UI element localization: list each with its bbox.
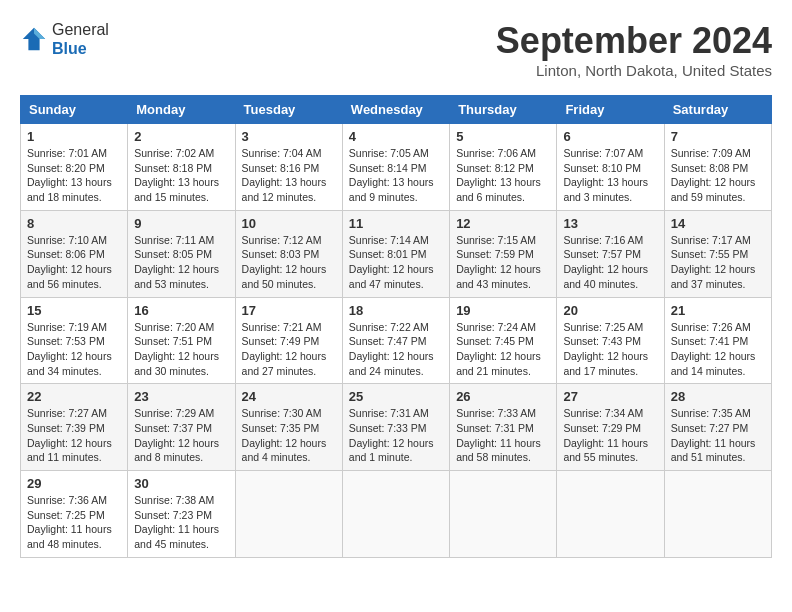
day-number: 17	[242, 303, 336, 318]
calendar-day-cell: 1Sunrise: 7:01 AMSunset: 8:20 PMDaylight…	[21, 124, 128, 211]
calendar-day-cell: 2Sunrise: 7:02 AMSunset: 8:18 PMDaylight…	[128, 124, 235, 211]
day-info: Sunrise: 7:25 AMSunset: 7:43 PMDaylight:…	[563, 320, 657, 379]
day-info: Sunrise: 7:30 AMSunset: 7:35 PMDaylight:…	[242, 406, 336, 465]
day-number: 19	[456, 303, 550, 318]
day-number: 8	[27, 216, 121, 231]
location: Linton, North Dakota, United States	[496, 62, 772, 79]
day-info: Sunrise: 7:29 AMSunset: 7:37 PMDaylight:…	[134, 406, 228, 465]
day-number: 7	[671, 129, 765, 144]
calendar-day-cell: 11Sunrise: 7:14 AMSunset: 8:01 PMDayligh…	[342, 210, 449, 297]
day-number: 5	[456, 129, 550, 144]
day-number: 27	[563, 389, 657, 404]
calendar-day-cell: 20Sunrise: 7:25 AMSunset: 7:43 PMDayligh…	[557, 297, 664, 384]
logo-blue: Blue	[52, 39, 109, 58]
weekday-header: Monday	[128, 96, 235, 124]
day-number: 6	[563, 129, 657, 144]
day-info: Sunrise: 7:20 AMSunset: 7:51 PMDaylight:…	[134, 320, 228, 379]
day-number: 10	[242, 216, 336, 231]
day-info: Sunrise: 7:21 AMSunset: 7:49 PMDaylight:…	[242, 320, 336, 379]
calendar-day-cell: 29Sunrise: 7:36 AMSunset: 7:25 PMDayligh…	[21, 471, 128, 558]
calendar-day-cell: 24Sunrise: 7:30 AMSunset: 7:35 PMDayligh…	[235, 384, 342, 471]
day-number: 21	[671, 303, 765, 318]
day-info: Sunrise: 7:01 AMSunset: 8:20 PMDaylight:…	[27, 146, 121, 205]
day-info: Sunrise: 7:16 AMSunset: 7:57 PMDaylight:…	[563, 233, 657, 292]
calendar-day-cell: 9Sunrise: 7:11 AMSunset: 8:05 PMDaylight…	[128, 210, 235, 297]
day-number: 12	[456, 216, 550, 231]
day-info: Sunrise: 7:07 AMSunset: 8:10 PMDaylight:…	[563, 146, 657, 205]
day-info: Sunrise: 7:06 AMSunset: 8:12 PMDaylight:…	[456, 146, 550, 205]
day-info: Sunrise: 7:34 AMSunset: 7:29 PMDaylight:…	[563, 406, 657, 465]
calendar-day-cell: 25Sunrise: 7:31 AMSunset: 7:33 PMDayligh…	[342, 384, 449, 471]
day-number: 3	[242, 129, 336, 144]
day-info: Sunrise: 7:36 AMSunset: 7:25 PMDaylight:…	[27, 493, 121, 552]
calendar-week-row: 22Sunrise: 7:27 AMSunset: 7:39 PMDayligh…	[21, 384, 772, 471]
calendar-week-row: 29Sunrise: 7:36 AMSunset: 7:25 PMDayligh…	[21, 471, 772, 558]
day-number: 11	[349, 216, 443, 231]
day-number: 18	[349, 303, 443, 318]
day-info: Sunrise: 7:12 AMSunset: 8:03 PMDaylight:…	[242, 233, 336, 292]
day-number: 25	[349, 389, 443, 404]
day-number: 1	[27, 129, 121, 144]
weekday-header: Tuesday	[235, 96, 342, 124]
day-info: Sunrise: 7:04 AMSunset: 8:16 PMDaylight:…	[242, 146, 336, 205]
calendar-day-cell: 19Sunrise: 7:24 AMSunset: 7:45 PMDayligh…	[450, 297, 557, 384]
calendar-table: SundayMondayTuesdayWednesdayThursdayFrid…	[20, 95, 772, 558]
day-number: 30	[134, 476, 228, 491]
calendar-day-cell: 5Sunrise: 7:06 AMSunset: 8:12 PMDaylight…	[450, 124, 557, 211]
day-info: Sunrise: 7:27 AMSunset: 7:39 PMDaylight:…	[27, 406, 121, 465]
calendar-day-cell: 30Sunrise: 7:38 AMSunset: 7:23 PMDayligh…	[128, 471, 235, 558]
weekday-header: Sunday	[21, 96, 128, 124]
calendar-day-cell: 7Sunrise: 7:09 AMSunset: 8:08 PMDaylight…	[664, 124, 771, 211]
day-number: 26	[456, 389, 550, 404]
calendar-day-cell: 6Sunrise: 7:07 AMSunset: 8:10 PMDaylight…	[557, 124, 664, 211]
day-number: 20	[563, 303, 657, 318]
calendar-day-cell: 22Sunrise: 7:27 AMSunset: 7:39 PMDayligh…	[21, 384, 128, 471]
calendar-day-cell: 28Sunrise: 7:35 AMSunset: 7:27 PMDayligh…	[664, 384, 771, 471]
calendar-day-cell: 23Sunrise: 7:29 AMSunset: 7:37 PMDayligh…	[128, 384, 235, 471]
day-info: Sunrise: 7:09 AMSunset: 8:08 PMDaylight:…	[671, 146, 765, 205]
day-info: Sunrise: 7:26 AMSunset: 7:41 PMDaylight:…	[671, 320, 765, 379]
weekday-header: Wednesday	[342, 96, 449, 124]
title-area: September 2024 Linton, North Dakota, Uni…	[496, 20, 772, 79]
day-number: 28	[671, 389, 765, 404]
calendar-week-row: 1Sunrise: 7:01 AMSunset: 8:20 PMDaylight…	[21, 124, 772, 211]
calendar-day-cell: 18Sunrise: 7:22 AMSunset: 7:47 PMDayligh…	[342, 297, 449, 384]
weekday-header: Friday	[557, 96, 664, 124]
logo-general: General	[52, 20, 109, 39]
calendar-day-cell: 4Sunrise: 7:05 AMSunset: 8:14 PMDaylight…	[342, 124, 449, 211]
day-number: 9	[134, 216, 228, 231]
day-info: Sunrise: 7:15 AMSunset: 7:59 PMDaylight:…	[456, 233, 550, 292]
weekday-header: Saturday	[664, 96, 771, 124]
calendar-day-cell	[450, 471, 557, 558]
calendar-day-cell: 26Sunrise: 7:33 AMSunset: 7:31 PMDayligh…	[450, 384, 557, 471]
day-number: 24	[242, 389, 336, 404]
day-number: 13	[563, 216, 657, 231]
day-info: Sunrise: 7:02 AMSunset: 8:18 PMDaylight:…	[134, 146, 228, 205]
calendar-day-cell: 8Sunrise: 7:10 AMSunset: 8:06 PMDaylight…	[21, 210, 128, 297]
calendar-day-cell	[664, 471, 771, 558]
weekday-header: Thursday	[450, 96, 557, 124]
day-number: 22	[27, 389, 121, 404]
day-info: Sunrise: 7:31 AMSunset: 7:33 PMDaylight:…	[349, 406, 443, 465]
day-info: Sunrise: 7:19 AMSunset: 7:53 PMDaylight:…	[27, 320, 121, 379]
calendar-day-cell: 3Sunrise: 7:04 AMSunset: 8:16 PMDaylight…	[235, 124, 342, 211]
logo: General Blue	[20, 20, 109, 58]
calendar-day-cell: 13Sunrise: 7:16 AMSunset: 7:57 PMDayligh…	[557, 210, 664, 297]
day-info: Sunrise: 7:38 AMSunset: 7:23 PMDaylight:…	[134, 493, 228, 552]
day-number: 23	[134, 389, 228, 404]
logo-icon	[20, 25, 48, 53]
day-number: 15	[27, 303, 121, 318]
calendar-day-cell: 14Sunrise: 7:17 AMSunset: 7:55 PMDayligh…	[664, 210, 771, 297]
day-info: Sunrise: 7:17 AMSunset: 7:55 PMDaylight:…	[671, 233, 765, 292]
day-number: 29	[27, 476, 121, 491]
day-number: 4	[349, 129, 443, 144]
calendar-day-cell: 12Sunrise: 7:15 AMSunset: 7:59 PMDayligh…	[450, 210, 557, 297]
calendar-day-cell: 21Sunrise: 7:26 AMSunset: 7:41 PMDayligh…	[664, 297, 771, 384]
calendar-header-row: SundayMondayTuesdayWednesdayThursdayFrid…	[21, 96, 772, 124]
calendar-day-cell	[342, 471, 449, 558]
calendar-day-cell: 17Sunrise: 7:21 AMSunset: 7:49 PMDayligh…	[235, 297, 342, 384]
month-title: September 2024	[496, 20, 772, 62]
day-number: 14	[671, 216, 765, 231]
day-info: Sunrise: 7:24 AMSunset: 7:45 PMDaylight:…	[456, 320, 550, 379]
calendar-day-cell: 10Sunrise: 7:12 AMSunset: 8:03 PMDayligh…	[235, 210, 342, 297]
